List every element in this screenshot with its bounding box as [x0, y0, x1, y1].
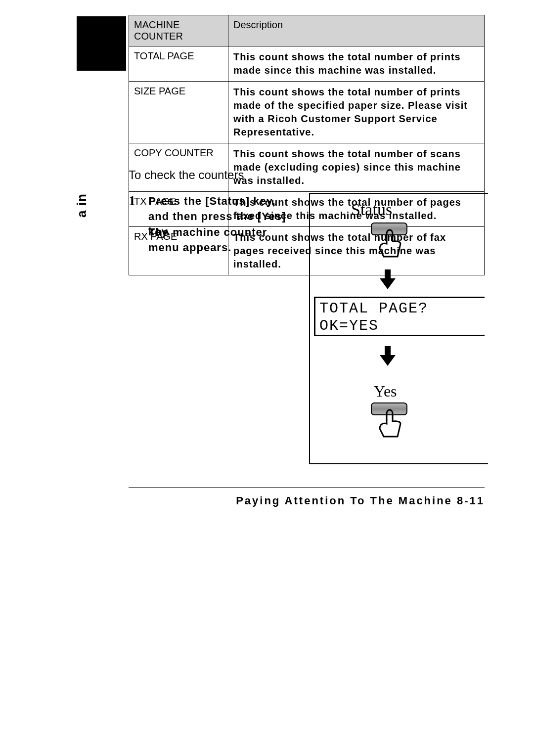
th-counter: MACHINE COUNTER [129, 15, 228, 46]
lcd-line1: TOTAL PAGE? [319, 300, 481, 317]
cell-label: COPY COUNTER [129, 143, 228, 192]
down-arrow-icon [380, 269, 396, 289]
footer-rule [129, 487, 485, 488]
yes-key-label: Yes [374, 382, 397, 400]
lcd-line2: OK=YES [319, 317, 481, 335]
status-key-label: Status [351, 200, 392, 219]
check-counters-heading: To check the counters [129, 168, 244, 182]
lcd-display: TOTAL PAGE? OK=YES [314, 297, 485, 336]
cell-label: TOTAL PAGE [129, 46, 228, 82]
cell-label: SIZE PAGE [129, 82, 228, 143]
cell-desc: This count shows the total number of pri… [228, 46, 485, 82]
cell-desc: This count shows the total number of pri… [228, 82, 485, 143]
table-row: COPY COUNTER This count shows the total … [129, 143, 485, 192]
table-row: SIZE PAGE This count shows the total num… [129, 82, 485, 143]
step-number: 1 [129, 193, 135, 209]
th-desc: Description [228, 15, 485, 46]
cell-desc: This count shows the total number of sca… [228, 143, 485, 192]
side-label-2: a in [74, 119, 89, 218]
table-row: TOTAL PAGE This count shows the total nu… [129, 46, 485, 82]
page-root: a te a in MACHINE COUNTER Description TO… [0, 0, 534, 756]
press-finger-icon [375, 409, 404, 439]
footer-text: Paying Attention To The Machine 8-11 [236, 494, 485, 507]
side-label-1: a te [74, 20, 89, 119]
down-arrow-icon [380, 346, 396, 366]
step-result: The machine counter menu appears. [148, 225, 297, 256]
press-finger-icon [375, 229, 404, 259]
